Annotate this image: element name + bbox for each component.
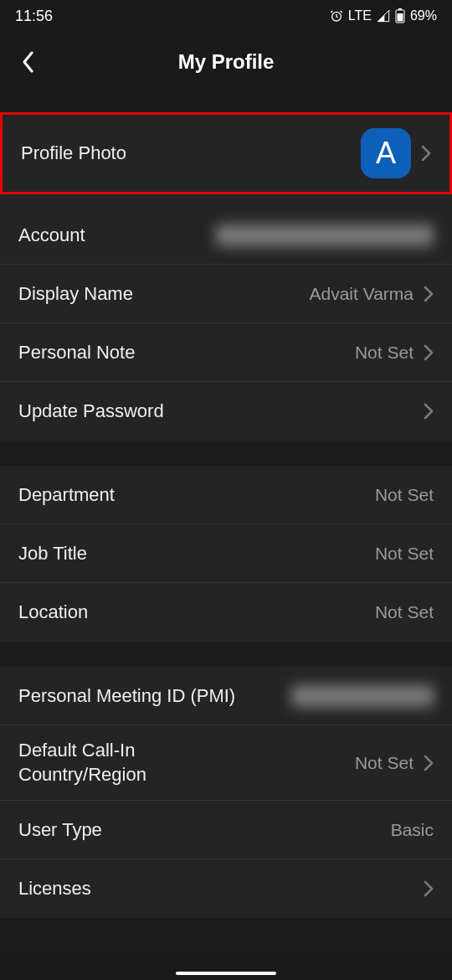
pmi-value-redacted [291, 685, 434, 707]
user-type-row[interactable]: User Type Basic [0, 801, 452, 859]
signal-icon [377, 9, 390, 23]
user-type-label: User Type [18, 819, 102, 841]
network-type: LTE [348, 8, 372, 23]
status-time: 11:56 [15, 8, 53, 25]
update-password-label: Update Password [18, 400, 164, 422]
account-value-redacted [216, 224, 434, 246]
chevron-right-icon [424, 403, 434, 420]
callin-row[interactable]: Default Call-InCountry/Region Not Set [0, 725, 452, 801]
app-header: My Profile [0, 32, 452, 92]
location-label: Location [18, 601, 88, 623]
personal-note-value: Not Set [355, 343, 413, 363]
licenses-row[interactable]: Licenses [0, 859, 452, 918]
job-title-value: Not Set [375, 544, 434, 564]
department-value: Not Set [375, 485, 434, 505]
account-label: Account [18, 224, 85, 246]
status-indicators: LTE 69% [330, 8, 437, 23]
profile-photo-label: Profile Photo [21, 142, 126, 164]
chevron-right-icon [421, 145, 431, 162]
account-row[interactable]: Account [0, 206, 452, 265]
avatar: A [361, 128, 411, 178]
chevron-left-icon [22, 51, 33, 73]
pmi-label: Personal Meeting ID (PMI) [18, 685, 235, 707]
location-row[interactable]: Location Not Set [0, 583, 452, 642]
licenses-label: Licenses [18, 878, 91, 900]
chevron-right-icon [424, 286, 434, 302]
profile-photo-row[interactable]: Profile Photo A [0, 112, 452, 194]
status-bar: 11:56 LTE 69% [0, 0, 452, 32]
pmi-row[interactable]: Personal Meeting ID (PMI) [0, 667, 452, 725]
display-name-row[interactable]: Display Name Advait Varma [0, 265, 452, 323]
user-type-value: Basic [391, 820, 434, 840]
battery-icon [395, 8, 405, 23]
svg-rect-2 [398, 8, 402, 10]
page-title: My Profile [178, 50, 275, 74]
svg-rect-3 [397, 13, 403, 22]
chevron-right-icon [424, 344, 434, 361]
chevron-right-icon [424, 755, 434, 771]
personal-note-row[interactable]: Personal Note Not Set [0, 323, 452, 382]
job-title-label: Job Title [18, 543, 87, 565]
profile-section: Profile Photo A Account Display Name Adv… [0, 112, 452, 441]
work-section: Department Not Set Job Title Not Set Loc… [0, 466, 452, 642]
department-row[interactable]: Department Not Set [0, 466, 452, 524]
back-button[interactable] [15, 49, 40, 75]
job-title-row[interactable]: Job Title Not Set [0, 524, 452, 583]
meeting-section: Personal Meeting ID (PMI) Default Call-I… [0, 667, 452, 918]
battery-percent: 69% [410, 8, 437, 23]
location-value: Not Set [375, 602, 434, 622]
update-password-row[interactable]: Update Password [0, 382, 452, 441]
chevron-right-icon [424, 880, 434, 897]
alarm-icon [330, 9, 343, 23]
department-label: Department [18, 484, 115, 506]
display-name-label: Display Name [18, 283, 133, 305]
home-indicator[interactable] [176, 972, 276, 975]
personal-note-label: Personal Note [18, 342, 135, 364]
callin-value: Not Set [355, 753, 413, 773]
display-name-value: Advait Varma [310, 284, 414, 304]
callin-label: Default Call-InCountry/Region [18, 739, 146, 787]
